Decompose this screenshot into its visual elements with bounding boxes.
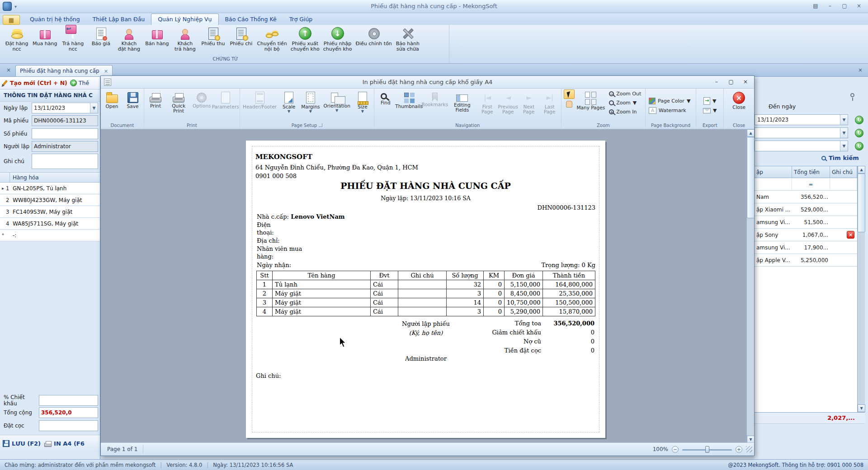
chiet-khau-input[interactable]: [39, 395, 98, 406]
grid-row-new[interactable]: *-:: [0, 230, 100, 241]
filter-operator[interactable]: =: [792, 178, 830, 190]
tab-bao-cao-thong-ke[interactable]: Báo Cáo Thống Kê: [219, 14, 283, 25]
summary-row[interactable]: Nam356,520...: [755, 191, 857, 203]
ma-phieu-input[interactable]: DHN00006-131123: [32, 115, 98, 126]
ribbon-item-phieu-nhap-chuyen-kho[interactable]: ↓Phiếu nhập chuyển kho: [321, 26, 354, 52]
fullscreen-button[interactable]: ▤: [809, 1, 822, 11]
filter-cell[interactable]: [755, 178, 792, 190]
ngay-lap-input[interactable]: 13/11/2023▼: [32, 103, 98, 113]
zoom-in-button[interactable]: Zoom In: [607, 108, 643, 116]
close-preview-button[interactable]: ×Close: [729, 89, 749, 111]
export-document-button[interactable]: ▼: [702, 97, 718, 105]
save-button[interactable]: Save: [123, 89, 143, 110]
ribbon-item-phieu-chi[interactable]: Phiếu chi: [227, 26, 255, 47]
scroll-up-icon[interactable]: ▲: [858, 166, 865, 174]
filter-dropdown-1[interactable]: ▼: [755, 127, 848, 138]
summary-row[interactable]: ập Apple V...5,250,000: [755, 254, 857, 267]
grid-row[interactable]: 4WA85J5711SG, Máy giặt: [0, 218, 100, 230]
summary-row[interactable]: ập Xiaomi ...529,000...: [755, 203, 857, 216]
ribbon-item-dieu-chinh-ton[interactable]: Điều chỉnh tồn: [354, 26, 393, 47]
close-tab-icon[interactable]: ×: [5, 67, 13, 74]
grid-row[interactable]: ▸1GN-L205PS, Tủ lạnh: [0, 183, 100, 194]
refresh-icon[interactable]: ↻: [855, 142, 863, 150]
resize-grip[interactable]: [746, 446, 752, 452]
ribbon-item-mua-hang[interactable]: Mua hàng: [31, 26, 59, 47]
dialog-titlebar[interactable]: In phiếu đặt hàng nhà cung cấp khổ giấy …: [101, 76, 754, 89]
preview-scrollbar[interactable]: ▲ ▼: [746, 129, 754, 443]
grid-row[interactable]: 3FC1409S3W, Máy giặt: [0, 206, 100, 218]
tab-quan-tri-he-thong[interactable]: Quản trị hệ thống: [24, 14, 86, 25]
ribbon-item-dat-hang-ncc[interactable]: Đặt hàng ncc: [3, 26, 31, 52]
zoom-out-button[interactable]: −: [672, 446, 679, 453]
so-phieu-input[interactable]: [32, 128, 98, 139]
filter-cell[interactable]: [830, 178, 857, 190]
close-button[interactable]: ×: [853, 1, 865, 11]
scroll-up-icon[interactable]: ▲: [747, 129, 754, 137]
application-menu-button[interactable]: ▦: [3, 15, 20, 25]
ribbon-item-chuyen-tien-noi-bo[interactable]: Chuyển tiền nội bộ: [255, 26, 288, 52]
editing-fields-button[interactable]: Editing Fields: [448, 89, 476, 113]
ribbon-item-phieu-thu[interactable]: Phiếu thu: [199, 26, 227, 47]
create-new-button[interactable]: Tạo mới (Ctrl + N): [2, 80, 67, 86]
many-pages-button[interactable]: Many Pages: [576, 89, 607, 111]
ribbon-item-bao-gia[interactable]: Báo giá: [87, 26, 115, 47]
refresh-icon[interactable]: ↻: [855, 116, 863, 124]
hand-tool-button[interactable]: [564, 99, 575, 109]
summary-filter-row[interactable]: =: [755, 178, 857, 191]
ribbon-item-bao-hanh-sua-chua[interactable]: Bảo hành sửa chữa: [394, 26, 422, 52]
ghi-chu-input[interactable]: [32, 154, 98, 169]
scrollbar-thumb[interactable]: [747, 137, 754, 218]
page-color-button[interactable]: Page Color▼: [647, 97, 692, 105]
print-a4-button[interactable]: IN A4 (F6: [44, 440, 85, 447]
ribbon-item-phieu-xuat-chuyen-kho[interactable]: ↑Phiếu xuất chuyển kho: [289, 26, 321, 52]
ribbon-item-ban-hang[interactable]: Bán hàng: [143, 26, 171, 47]
chevron-down-icon[interactable]: ▼: [840, 128, 848, 138]
chevron-down-icon[interactable]: ▼: [840, 115, 848, 125]
add-button[interactable]: +Thê: [70, 80, 89, 86]
send-email-button[interactable]: ▼: [701, 106, 718, 115]
den-ngay-input[interactable]: 13/11/2023▼: [755, 114, 848, 125]
summary-row[interactable]: amsung Vi...17,900...: [755, 241, 857, 254]
ribbon-item-tra-hang-ncc[interactable]: Trả hàng ncc: [59, 26, 87, 52]
scale-button[interactable]: Scale▼: [279, 89, 299, 114]
mouse-pointer-tool-button[interactable]: [564, 89, 575, 99]
save-button[interactable]: LƯU (F2): [3, 440, 41, 447]
summary-row[interactable]: ập Sony1,067,0...×: [755, 229, 857, 241]
watermark-button[interactable]: AWatermark: [647, 106, 688, 115]
nguoi-lap-input[interactable]: Administrator: [32, 141, 98, 152]
dialog-close-button[interactable]: ×: [739, 77, 752, 86]
dialog-launcher-icon[interactable]: [319, 123, 322, 127]
tab-tro-giup[interactable]: Trợ Giúp: [283, 14, 319, 25]
column-header-supplier[interactable]: ập: [755, 166, 792, 178]
zoom-button[interactable]: Zoom▼: [607, 99, 643, 107]
tong-cong-input[interactable]: 356,520,0: [39, 407, 98, 418]
size-button[interactable]: Size▼: [353, 89, 373, 114]
maximize-button[interactable]: ▢: [838, 1, 851, 11]
chevron-down-icon[interactable]: ▼: [840, 141, 848, 151]
orientation-button[interactable]: Orientation▼: [322, 89, 352, 113]
grid-row[interactable]: 2WW80J4233GW, Máy giặt: [0, 194, 100, 206]
dat-coc-input[interactable]: [39, 420, 98, 431]
zoom-slider[interactable]: [682, 446, 732, 453]
summary-row[interactable]: amsung Vi...51,500...: [755, 216, 857, 229]
chevron-down-icon[interactable]: ▼: [90, 103, 98, 113]
margins-button[interactable]: Margins▼: [300, 89, 321, 114]
thumbnails-button[interactable]: Thumbnails: [396, 89, 422, 110]
preview-surface[interactable]: MEKONGSOFT 64 Nguyễn Đình Chiểu, Phường …: [101, 129, 754, 443]
dialog-maximize-button[interactable]: ▢: [724, 77, 738, 86]
find-button[interactable]: Find: [376, 89, 396, 106]
zoom-slider-thumb[interactable]: [705, 446, 709, 453]
close-all-tabs-icon[interactable]: ×: [856, 67, 864, 74]
ribbon-item-khach-tra-hang[interactable]: Khách trả hàng: [171, 26, 199, 52]
summary-scrollbar[interactable]: ▲ ▼: [857, 166, 865, 412]
column-header-note[interactable]: Ghi chú: [830, 166, 857, 178]
scroll-down-icon[interactable]: ▼: [858, 404, 865, 412]
filter-dropdown-2[interactable]: ▼: [755, 141, 848, 151]
ribbon-item-khach-dat-hang[interactable]: Khách đặt hàng: [115, 26, 143, 52]
dialog-minimize-button[interactable]: –: [710, 77, 723, 86]
delete-row-button[interactable]: ×: [847, 231, 854, 239]
document-tab-active[interactable]: Phiếu đặt hàng nhà cung cấp ×: [15, 65, 113, 76]
open-button[interactable]: Open: [102, 89, 122, 110]
scrollbar-thumb[interactable]: [858, 174, 865, 232]
column-header-total[interactable]: Tổng tiền: [792, 166, 830, 178]
